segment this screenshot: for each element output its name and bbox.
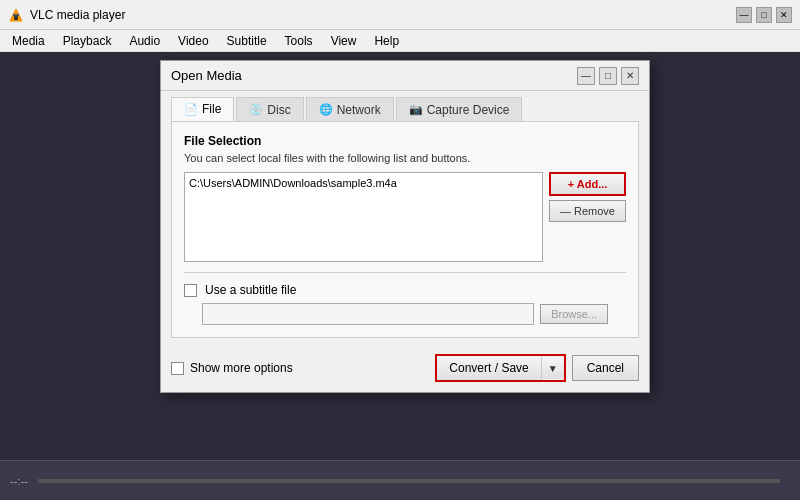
vlc-icon xyxy=(8,7,24,23)
minimize-button[interactable]: — xyxy=(736,7,752,23)
disc-tab-icon: 💿 xyxy=(249,103,263,116)
capture-tab-icon: 📷 xyxy=(409,103,423,116)
menu-media[interactable]: Media xyxy=(4,32,53,50)
dialog-controls: — □ ✕ xyxy=(577,67,639,85)
svg-rect-1 xyxy=(14,16,18,20)
network-tab-icon: 🌐 xyxy=(319,103,333,116)
show-more-label: Show more options xyxy=(190,361,293,375)
open-media-dialog: Open Media — □ ✕ 📄 File 💿 Disc 🌐 Network… xyxy=(160,60,650,393)
dialog-title-bar: Open Media — □ ✕ xyxy=(161,61,649,91)
window-controls: — □ ✕ xyxy=(736,7,792,23)
subtitle-checkbox[interactable] xyxy=(184,284,197,297)
vlc-title-bar: VLC media player — □ ✕ xyxy=(0,0,800,30)
cancel-button[interactable]: Cancel xyxy=(572,355,639,381)
tab-bar: 📄 File 💿 Disc 🌐 Network 📷 Capture Device xyxy=(161,91,649,121)
tab-file-label: File xyxy=(202,102,221,116)
subtitle-file-input[interactable] xyxy=(202,303,534,325)
subtitle-checkbox-label: Use a subtitle file xyxy=(205,283,296,297)
dialog-minimize-button[interactable]: — xyxy=(577,67,595,85)
browse-subtitle-button[interactable]: Browse... xyxy=(540,304,608,324)
file-selection-desc: You can select local files with the foll… xyxy=(184,152,626,164)
tab-disc[interactable]: 💿 Disc xyxy=(236,97,303,121)
file-list-area: C:\Users\ADMIN\Downloads\sample3.m4a + A… xyxy=(184,172,626,262)
tab-capture-label: Capture Device xyxy=(427,103,510,117)
menu-help[interactable]: Help xyxy=(366,32,407,50)
vlc-window-title: VLC media player xyxy=(30,8,736,22)
menu-bar: Media Playback Audio Video Subtitle Tool… xyxy=(0,30,800,52)
divider-1 xyxy=(184,272,626,273)
tab-capture[interactable]: 📷 Capture Device xyxy=(396,97,523,121)
vlc-bottom-bar: --:-- xyxy=(0,460,800,500)
dialog-footer: Show more options Convert / Save ▼ Cance… xyxy=(161,348,649,392)
dialog-title: Open Media xyxy=(171,68,577,83)
tab-network[interactable]: 🌐 Network xyxy=(306,97,394,121)
show-more-section: Show more options xyxy=(171,361,435,375)
menu-audio[interactable]: Audio xyxy=(121,32,168,50)
file-list-box[interactable]: C:\Users\ADMIN\Downloads\sample3.m4a xyxy=(184,172,543,262)
file-tab-icon: 📄 xyxy=(184,103,198,116)
menu-view[interactable]: View xyxy=(323,32,365,50)
tab-network-label: Network xyxy=(337,103,381,117)
close-button[interactable]: ✕ xyxy=(776,7,792,23)
remove-file-button[interactable]: — Remove xyxy=(549,200,626,222)
svg-rect-2 xyxy=(13,14,19,16)
footer-buttons: Convert / Save ▼ Cancel xyxy=(435,354,639,382)
menu-subtitle[interactable]: Subtitle xyxy=(219,32,275,50)
convert-save-arrow-button[interactable]: ▼ xyxy=(542,358,564,379)
dialog-maximize-button[interactable]: □ xyxy=(599,67,617,85)
file-list-buttons: + Add... — Remove xyxy=(549,172,626,262)
subtitle-section: Use a subtitle file xyxy=(184,283,626,297)
progress-bar[interactable] xyxy=(38,479,780,483)
subtitle-file-row: Browse... xyxy=(184,303,626,325)
add-file-button[interactable]: + Add... xyxy=(549,172,626,196)
menu-playback[interactable]: Playback xyxy=(55,32,120,50)
file-path-entry: C:\Users\ADMIN\Downloads\sample3.m4a xyxy=(189,177,538,189)
menu-video[interactable]: Video xyxy=(170,32,216,50)
convert-save-button-group: Convert / Save ▼ xyxy=(435,354,565,382)
maximize-button[interactable]: □ xyxy=(756,7,772,23)
time-display: --:-- xyxy=(10,475,28,487)
show-more-checkbox[interactable] xyxy=(171,362,184,375)
dialog-close-button[interactable]: ✕ xyxy=(621,67,639,85)
tab-disc-label: Disc xyxy=(267,103,290,117)
file-selection-heading: File Selection xyxy=(184,134,626,148)
tab-file[interactable]: 📄 File xyxy=(171,97,234,121)
menu-tools[interactable]: Tools xyxy=(277,32,321,50)
convert-save-main-button[interactable]: Convert / Save xyxy=(437,356,541,380)
dialog-content-area: File Selection You can select local file… xyxy=(171,121,639,338)
